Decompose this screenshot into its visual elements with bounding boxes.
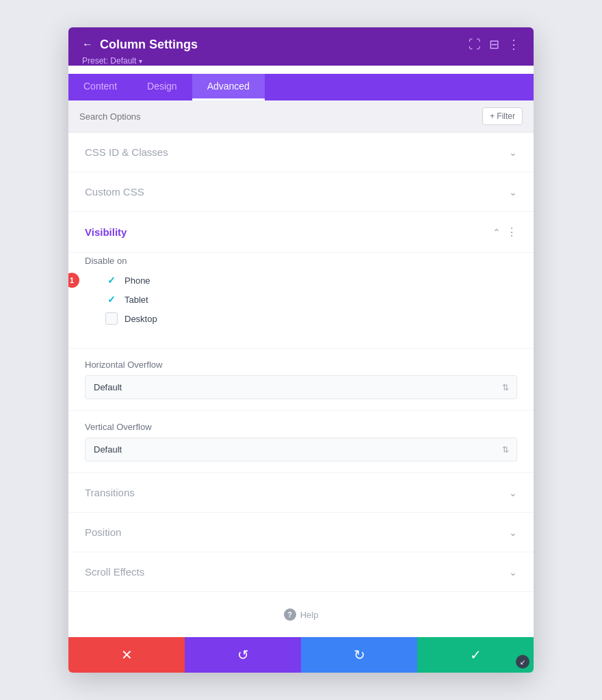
css-id-classes-title: CSS ID & Classes — [85, 146, 168, 158]
tablet-row: ✓ Tablet — [85, 293, 517, 306]
transitions-title: Transitions — [85, 487, 135, 498]
modal-container: ← Column Settings ⛶ ⊟ ⋮ Preset: Default … — [68, 27, 534, 673]
desktop-checkbox[interactable] — [105, 312, 118, 325]
content-area: CSS ID & Classes ⌄ Custom CSS ⌄ Visibili… — [68, 133, 534, 637]
phone-checkmark: ✓ — [107, 275, 116, 286]
disable-on-label: Disable on — [85, 256, 517, 266]
undo-button[interactable]: ↺ — [185, 637, 301, 673]
tablet-checkbox[interactable]: ✓ — [105, 293, 118, 306]
transitions-section[interactable]: Transitions ⌄ — [68, 473, 534, 513]
horizontal-overflow-select-wrapper: Default Visible Hidden Scroll Auto ⇅ — [85, 375, 517, 399]
visibility-more-icon[interactable]: ⋮ — [506, 226, 517, 239]
more-icon[interactable]: ⋮ — [508, 37, 520, 52]
css-id-classes-section[interactable]: CSS ID & Classes ⌄ — [68, 133, 534, 172]
search-bar: + Filter — [68, 100, 534, 133]
expand-icon[interactable]: ⛶ — [469, 38, 481, 52]
transitions-chevron: ⌄ — [509, 487, 517, 498]
horizontal-overflow-group: Horizontal Overflow Default Visible Hidd… — [68, 349, 534, 411]
visibility-title: Visibility — [85, 226, 127, 238]
header-title: Column Settings — [100, 38, 198, 52]
custom-css-chevron: ⌄ — [509, 187, 517, 198]
scroll-effects-chevron: ⌄ — [509, 567, 517, 578]
tabs-bar: Content Design Advanced — [68, 74, 534, 100]
visibility-actions: ⌃ ⋮ — [493, 226, 517, 239]
position-title: Position — [85, 526, 121, 538]
custom-css-section[interactable]: Custom CSS ⌄ — [68, 172, 534, 212]
scroll-effects-section[interactable]: Scroll Effects ⌄ — [68, 552, 534, 592]
phone-row: 1 ✓ Phone — [85, 274, 517, 286]
tablet-checkmark: ✓ — [107, 294, 116, 305]
preset-label: Preset: Default — [82, 56, 136, 66]
visibility-section-header[interactable]: Visibility ⌃ ⋮ — [68, 212, 534, 253]
vertical-overflow-select-wrapper: Default Visible Hidden Scroll Auto ⇅ — [85, 438, 517, 461]
vertical-overflow-select[interactable]: Default Visible Hidden Scroll Auto — [85, 438, 517, 461]
preset-arrow: ▾ — [139, 57, 142, 65]
footer-wrapper: ✕ ↺ ↻ ✓ ↙ — [68, 637, 534, 673]
position-chevron: ⌄ — [509, 527, 517, 538]
visibility-chevron[interactable]: ⌃ — [493, 227, 501, 238]
header-left: ← Column Settings — [82, 38, 198, 52]
vertical-overflow-group: Vertical Overflow Default Visible Hidden… — [68, 411, 534, 473]
help-row[interactable]: ? Help — [68, 592, 534, 637]
corner-icon: ↙ — [516, 655, 529, 669]
tab-content[interactable]: Content — [68, 74, 132, 100]
search-input[interactable] — [79, 111, 482, 122]
tab-design[interactable]: Design — [132, 74, 192, 100]
phone-label: Phone — [125, 275, 150, 286]
tab-advanced[interactable]: Advanced — [192, 74, 265, 100]
position-section[interactable]: Position ⌄ — [68, 513, 534, 552]
scroll-effects-title: Scroll Effects — [85, 566, 144, 578]
badge-1: 1 — [68, 273, 79, 288]
horizontal-overflow-select[interactable]: Default Visible Hidden Scroll Auto — [85, 375, 517, 399]
back-icon[interactable]: ← — [82, 38, 93, 51]
custom-css-title: Custom CSS — [85, 186, 144, 198]
save-button[interactable]: ✓ — [417, 637, 534, 673]
columns-icon[interactable]: ⊟ — [489, 37, 499, 52]
help-label: Help — [300, 610, 319, 620]
preset-selector[interactable]: Preset: Default ▾ — [82, 56, 520, 66]
footer: ✕ ↺ ↻ ✓ — [68, 637, 534, 673]
desktop-row: Desktop — [85, 312, 517, 325]
visibility-body: Disable on 1 ✓ Phone ✓ Tablet Desktop — [68, 256, 534, 349]
redo-button[interactable]: ↻ — [301, 637, 417, 673]
cancel-button[interactable]: ✕ — [68, 637, 185, 673]
phone-checkbox[interactable]: ✓ — [105, 274, 118, 286]
modal-header: ← Column Settings ⛶ ⊟ ⋮ Preset: Default … — [68, 27, 534, 66]
vertical-overflow-label: Vertical Overflow — [85, 422, 517, 432]
help-icon: ? — [284, 608, 296, 621]
filter-button[interactable]: + Filter — [482, 107, 523, 125]
tablet-label: Tablet — [125, 295, 148, 305]
desktop-label: Desktop — [125, 314, 157, 324]
header-top: ← Column Settings ⛶ ⊟ ⋮ — [82, 37, 520, 52]
css-id-classes-chevron: ⌄ — [509, 147, 517, 158]
header-actions: ⛶ ⊟ ⋮ — [469, 37, 520, 52]
horizontal-overflow-label: Horizontal Overflow — [85, 360, 517, 370]
